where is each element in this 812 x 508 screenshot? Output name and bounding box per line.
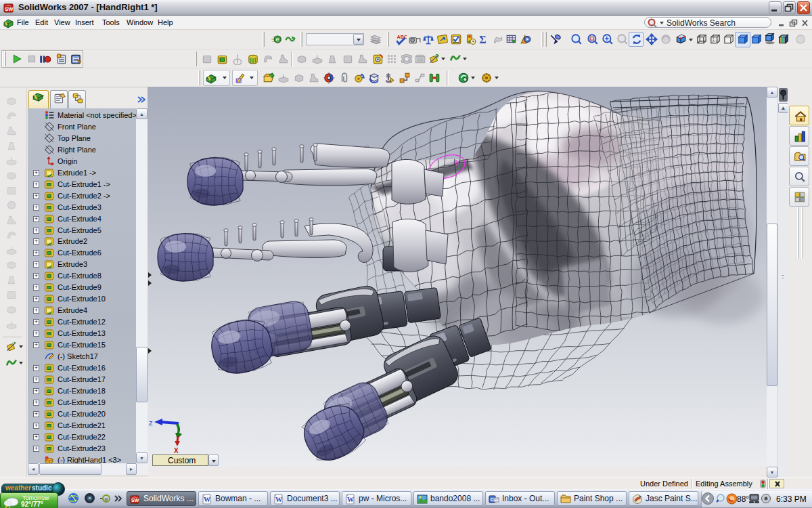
svg-text:X: X [174, 447, 179, 454]
svg-text:W: W [347, 496, 354, 503]
svg-text:W: W [204, 496, 210, 503]
svg-text:SW: SW [131, 498, 139, 503]
svg-text:Σ: Σ [479, 34, 486, 45]
svg-text:Z: Z [149, 420, 153, 427]
svg-text:W: W [275, 496, 282, 503]
svg-text:SW: SW [5, 6, 14, 12]
svg-text:e: e [275, 36, 279, 43]
svg-text:e: e [105, 496, 108, 503]
